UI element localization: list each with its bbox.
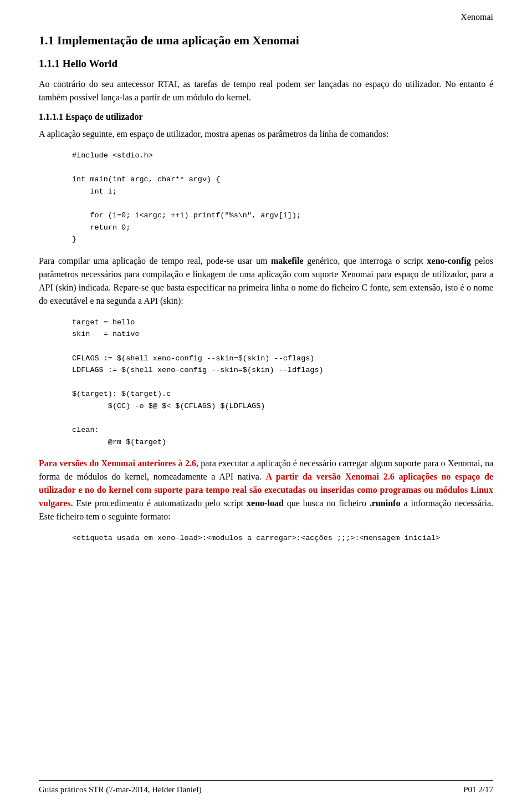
para2-red-start: Para versões do Xenomai anteriores à 2.6… [39,459,198,468]
page: Xenomai 1.1 Implementação de uma aplicaç… [0,0,532,810]
para1-bold-xeno-config: xeno-config [427,256,471,266]
para1-before-bold: Para compilar uma aplicação de tempo rea… [39,256,271,266]
para2-end: Este procedimento é automatizado pelo sc… [73,498,247,508]
page-footer: Guias práticos STR (7-mar-2014, Helder D… [39,780,493,794]
section-1-1-1-1-title: 1.1.1.1 Espaço de utilizador [39,112,493,122]
section-1-1-1-intro: Ao contrário do seu antecessor RTAI, as … [39,78,493,104]
para2-bold-xeno-load: xeno-load [247,498,284,508]
subsection-intro: A aplicação seguinte, em espaço de utili… [39,128,493,141]
para2-mid3: que busca no ficheiro [284,498,370,508]
code-block-3: <etiqueta usada em xeno-load>:<modulos a… [72,532,493,544]
section-1-1-1-title: 1.1.1 Hello World [39,58,493,70]
footer-left: Guias práticos STR (7-mar-2014, Helder D… [39,785,202,794]
code-block-2: target = hello skin = native CFLAGS := $… [72,317,493,449]
main-heading: 1.1 Implementação de uma aplicação em Xe… [39,33,493,48]
paragraph-makefile: Para compilar uma aplicação de tempo rea… [39,254,493,308]
paragraph-versions: Para versões do Xenomai anteriores à 2.6… [39,457,493,523]
para1-bold-makefile: makefile [271,256,304,266]
header-title: Xenomai [461,12,493,22]
footer-right: P01 2/17 [463,785,493,794]
page-header: Xenomai [461,12,493,22]
para1-mid1: genérico, que interroga o script [304,256,427,266]
code-block-1: #include <stdio.h> int main(int argc, ch… [72,150,493,246]
para2-bold-runinfo: .runinfo [370,498,401,508]
